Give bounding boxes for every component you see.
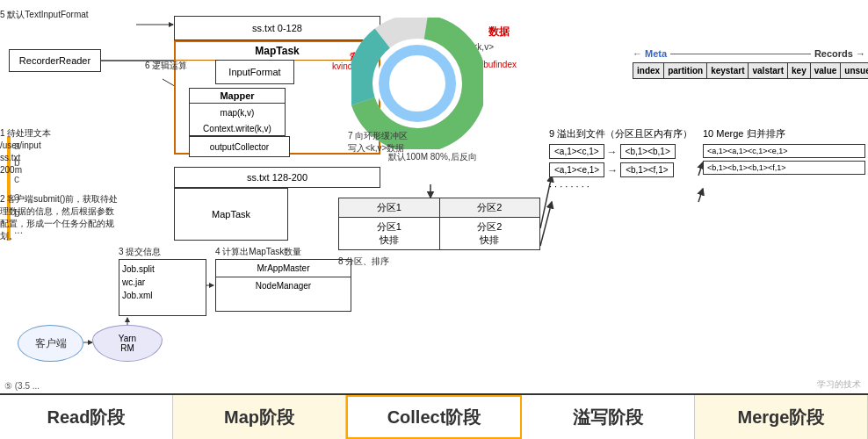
partition-table: 分区1 分区2 分区1 快排 分区2 快排: [338, 198, 540, 250]
spill-cell-1-2: <b,1><b,1>: [620, 144, 676, 159]
spill-arrow-1: →: [607, 146, 618, 158]
data-label-title: 数据: [488, 25, 510, 40]
percent-label: 默认100M 80%,后反向: [388, 151, 477, 163]
jobsubmit-line1: Job.split: [122, 263, 203, 276]
rm-label: RM: [120, 343, 134, 353]
jobsubmit-line2: wc.jar: [122, 276, 203, 289]
spill-arrow-2: →: [607, 164, 618, 176]
phase-labels: Read阶段 Map阶段 Collect阶段 溢写阶段 Merge阶段: [0, 393, 868, 439]
jobsubmit-line3: Job.xml: [122, 289, 203, 302]
ss2-txt-label: ss.txt 128-200: [247, 172, 307, 183]
partition-cell-2: 分区2 快排: [439, 218, 540, 250]
appmaster-box: MrAppMaster NodeManager: [215, 259, 351, 312]
annot4: 4 计算出MapTask数量: [215, 246, 301, 258]
col-keystart: keystart: [707, 63, 749, 79]
phase-merge: Merge阶段: [695, 395, 868, 439]
meta-table-header-row: index partition keystart valstart key va…: [633, 63, 869, 79]
svg-point-19: [391, 57, 444, 110]
partition-cell-1: 分区1 快排: [339, 218, 440, 250]
inputformat-box: InputFormat: [215, 60, 294, 84]
annot2: 2 客户端submit()前，获取待处理数据的信息，然后根据参数配置，形成一个任…: [0, 193, 119, 242]
col-unused: unsued: [841, 63, 868, 79]
outcollect-box: outputCollector: [189, 136, 290, 157]
logo-area: ⑤ (3.5 ...: [4, 381, 40, 391]
col-partition: partition: [664, 63, 707, 79]
yarn-label: Yarn: [119, 334, 136, 343]
recorderreader-box: RecorderReader: [9, 49, 101, 72]
jobsubmit-box: Job.split wc.jar Job.xml: [119, 259, 206, 316]
yarn-rm: Yarn RM: [92, 325, 163, 362]
merge-cell-2: <b,1><b,1><b,1><f,1>: [703, 161, 865, 175]
col-valstart: valstart: [749, 63, 788, 79]
spill-cell-1-1: <a,1><c,1>: [549, 144, 604, 159]
spill-cell-2-2: <b,1><f,1>: [620, 162, 673, 177]
phase-read: Read阶段: [0, 395, 173, 439]
spill-dots-row: · · · · · · · ·: [549, 181, 848, 191]
appmaster-row1: MrAppMaster: [216, 260, 351, 277]
merge-cell-1: <a,1><a,1><c,1><e,1>: [703, 144, 865, 158]
meta-label: ← Meta: [633, 48, 667, 59]
partition-header-2: 分区2: [439, 198, 540, 218]
inputformat-label: InputFormat: [228, 67, 280, 77]
partition-header-row: 分区1 分区2: [339, 198, 540, 218]
merge-area: 10 Merge 归并排序 <a,1><a,1><c,1><e,1> <b,1>…: [703, 127, 865, 175]
merge-row: <a,1><a,1><c,1><e,1> <b,1><b,1><b,1><f,1…: [703, 144, 865, 175]
records-label: Records →: [814, 48, 865, 59]
phase-collect: Collect阶段: [346, 395, 522, 439]
watermark: 学习的技术: [817, 378, 861, 391]
mapper-title: Mapper: [190, 89, 285, 104]
diagram-container: RecorderReader ss.txt 0-128 MapTask K,v …: [0, 0, 868, 439]
appmaster-row2: NodeManager: [216, 277, 351, 294]
col-key: key: [788, 63, 811, 79]
bufindex-label: bufindex: [483, 60, 517, 69]
meta-table: index partition keystart valstart key va…: [633, 62, 868, 79]
annot3: 3 提交信息: [119, 246, 161, 258]
mapper-box: Mapper map(k,v) Context.write(k,v): [189, 88, 286, 136]
annot1: 1 待处理文本 /user/input ss.txt 200m: [0, 127, 51, 176]
annot6: 6 逻辑运算: [145, 60, 187, 72]
outcollect-label: outputCollector: [210, 142, 269, 152]
spill-dots: · · · · · · · ·: [549, 181, 590, 191]
client-box: 客户端: [18, 325, 83, 362]
recorderreader-label: RecorderReader: [19, 55, 90, 66]
col-index: index: [633, 63, 664, 79]
maptask2-box: MapTask: [174, 188, 288, 241]
client-label: 客户端: [35, 336, 67, 351]
col-value: value: [810, 63, 841, 79]
partition-table-area: 分区1 分区2 分区1 快排 分区2 快排 8 分区、排序: [338, 198, 540, 268]
maptask2-label: MapTask: [212, 209, 250, 220]
annot5: 5 默认TextInputFormat: [0, 9, 176, 21]
phase-spill: 溢写阶段: [522, 395, 695, 439]
merge-title: 10 Merge 归并排序: [703, 127, 865, 140]
mapper-code2: Context.write(k,v): [199, 122, 276, 135]
spill-cell-2-1: <a,1><e,1>: [549, 162, 604, 177]
mapper-code1: map(k,v): [216, 104, 259, 122]
meta-records-header: ← Meta Records →: [633, 48, 865, 59]
svg-line-9: [540, 202, 552, 246]
partition-data-row: 分区1 快排 分区2 快排: [339, 218, 540, 250]
annot8: 8 分区、排序: [338, 255, 540, 268]
phase-map: Map阶段: [173, 395, 346, 439]
partition-header-1: 分区1: [339, 198, 440, 218]
meta-records-area: ← Meta Records → index partition keystar…: [633, 48, 865, 79]
meta-arrow-line: [670, 54, 811, 54]
donut-chart-area: 索引 kvmeta kvindex 数据 <k,v> bufindex 7 向环…: [316, 0, 527, 193]
ss-txt-label: ss.txt 0-128: [252, 23, 302, 33]
